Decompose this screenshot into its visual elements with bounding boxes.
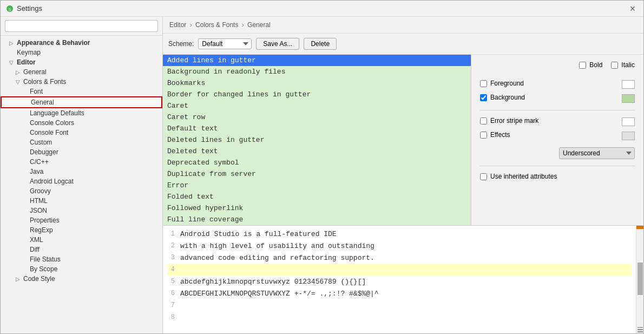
foreground-label-row[interactable]: Foreground bbox=[480, 80, 622, 87]
save-as-button[interactable]: Save As... bbox=[256, 38, 299, 50]
background-color-box[interactable] bbox=[622, 94, 635, 103]
bold-text: Bold bbox=[589, 61, 602, 69]
effects-label-row[interactable]: Effects bbox=[480, 131, 622, 139]
background-text: Background bbox=[490, 94, 525, 101]
scrollbar-thumb[interactable] bbox=[638, 263, 643, 295]
tree-label: Custom bbox=[30, 139, 52, 146]
list-pane: Added lines in gutterBackground in reado… bbox=[163, 55, 471, 225]
scrollbar-track[interactable] bbox=[636, 229, 643, 326]
tree-label: Appearance & Behavior bbox=[17, 39, 90, 47]
sidebar-item-language-defaults[interactable]: Language Defaults bbox=[1, 108, 162, 118]
titlebar: S Settings ✕ bbox=[1, 1, 643, 17]
scheme-bar: Scheme: Default Darcula High contrast Sa… bbox=[163, 34, 643, 55]
list-row[interactable]: Background in readonly files bbox=[163, 66, 471, 77]
scrollbar-line2 bbox=[638, 329, 643, 330]
divider1 bbox=[480, 110, 635, 110]
sidebar-item-file-status[interactable]: File Status bbox=[1, 254, 162, 264]
sidebar-item-colors-fonts[interactable]: ▽Colors & Fonts bbox=[1, 77, 162, 87]
list-row[interactable]: Deleted lines in gutter bbox=[163, 134, 471, 146]
list-row[interactable]: Caret row bbox=[163, 112, 471, 123]
font-style-row: Bold Italic bbox=[480, 61, 635, 71]
sidebar-item-console-colors[interactable]: Console Colors bbox=[1, 118, 162, 128]
use-inherited-checkbox[interactable] bbox=[480, 173, 487, 180]
delete-button[interactable]: Delete bbox=[304, 38, 337, 50]
sidebar-item-console-font[interactable]: Console Font bbox=[1, 128, 162, 137]
sidebar-item-general[interactable]: ▷General bbox=[1, 67, 162, 77]
tree-label: By Scope bbox=[30, 265, 57, 273]
list-row[interactable]: Followed hyperlink bbox=[163, 202, 471, 214]
sidebar-item-c-cpp[interactable]: C/C++ bbox=[1, 157, 162, 167]
effects-color-box[interactable] bbox=[622, 132, 635, 140]
line-number: 2 bbox=[167, 242, 175, 250]
background-label-row[interactable]: Background bbox=[480, 94, 622, 101]
close-button[interactable]: ✕ bbox=[627, 4, 638, 13]
use-inherited-text: Use inherited attributes bbox=[490, 173, 557, 180]
error-stripe-color-box[interactable] bbox=[622, 117, 635, 126]
sidebar-item-code-style[interactable]: ▷Code Style bbox=[1, 274, 162, 284]
scheme-label: Scheme: bbox=[168, 40, 194, 48]
sep2: › bbox=[242, 21, 246, 29]
background-checkbox[interactable] bbox=[480, 94, 487, 101]
tree-label: Colors & Fonts bbox=[23, 78, 66, 86]
tree-label: Diff bbox=[30, 246, 40, 253]
sidebar-item-keymap[interactable]: Keymap bbox=[1, 48, 162, 57]
sidebar-item-java[interactable]: Java bbox=[1, 167, 162, 176]
italic-checkbox[interactable] bbox=[611, 62, 618, 69]
sidebar-item-regexp[interactable]: RegExp bbox=[1, 225, 162, 235]
sidebar-item-general-cf[interactable]: General bbox=[1, 96, 162, 108]
tree-label: Code Style bbox=[23, 275, 55, 283]
sidebar-item-diff[interactable]: Diff bbox=[1, 245, 162, 254]
list-row[interactable]: Deprecated symbol bbox=[163, 157, 471, 168]
list-row[interactable]: Full line coverage bbox=[163, 214, 471, 225]
effects-dropdown[interactable]: Underscored Underwave Bold underscored S… bbox=[559, 147, 635, 159]
sidebar-item-properties[interactable]: Properties bbox=[1, 215, 162, 225]
sidebar-item-editor[interactable]: ▽Editor bbox=[1, 57, 162, 67]
effects-checkbox[interactable] bbox=[480, 132, 487, 139]
line-number: 6 bbox=[167, 290, 175, 297]
line-number: 4 bbox=[167, 266, 175, 273]
error-stripe-text: Error stripe mark bbox=[490, 117, 538, 125]
list-row[interactable]: Default text bbox=[163, 123, 471, 134]
list-row[interactable]: Deleted text bbox=[163, 146, 471, 157]
list-row[interactable]: Border for changed lines in gutter bbox=[163, 89, 471, 100]
preview-line: 8 bbox=[167, 311, 632, 323]
preview-line: 1Android Studio is a full-featured IDE bbox=[167, 228, 632, 240]
tree-label: General bbox=[23, 68, 47, 76]
sidebar-item-by-scope[interactable]: By Scope bbox=[1, 264, 162, 274]
bold-checkbox[interactable] bbox=[579, 62, 586, 69]
list-row[interactable]: Added lines in gutter bbox=[163, 55, 471, 66]
sidebar-item-appearance[interactable]: ▷Appearance & Behavior bbox=[1, 38, 162, 48]
tree-label: Font bbox=[30, 88, 43, 95]
preview-area: 1Android Studio is a full-featured IDE2w… bbox=[163, 225, 643, 333]
tree-label: JSON bbox=[30, 207, 47, 214]
search-box bbox=[1, 17, 162, 36]
list-row[interactable]: Folded text bbox=[163, 191, 471, 202]
foreground-text: Foreground bbox=[490, 80, 524, 87]
sidebar-item-custom[interactable]: Custom bbox=[1, 137, 162, 147]
list-row[interactable]: Caret bbox=[163, 100, 471, 112]
error-stripe-checkbox[interactable] bbox=[480, 117, 487, 125]
line-number: 3 bbox=[167, 254, 175, 261]
list-row[interactable]: Error bbox=[163, 180, 471, 191]
foreground-checkbox[interactable] bbox=[480, 80, 487, 87]
sidebar-item-groovy[interactable]: Groovy bbox=[1, 186, 162, 196]
sidebar-item-html[interactable]: HTML bbox=[1, 196, 162, 206]
list-row[interactable]: Duplicate from server bbox=[163, 168, 471, 180]
sidebar-item-debugger[interactable]: Debugger bbox=[1, 147, 162, 157]
error-stripe-label-row[interactable]: Error stripe mark bbox=[480, 117, 622, 125]
preview-line: 3advanced code editing and refactoring s… bbox=[167, 252, 632, 264]
scheme-dropdown[interactable]: Default Darcula High contrast bbox=[198, 38, 252, 49]
titlebar-left: S Settings bbox=[6, 4, 42, 12]
foreground-color-box[interactable] bbox=[622, 80, 635, 89]
use-inherited-row[interactable]: Use inherited attributes bbox=[480, 173, 635, 180]
search-input[interactable] bbox=[5, 20, 158, 32]
preview-scrollbar[interactable] bbox=[636, 226, 643, 333]
sidebar-item-xml[interactable]: XML bbox=[1, 235, 162, 245]
bold-label[interactable]: Bold bbox=[579, 61, 602, 69]
sidebar-item-android-logcat[interactable]: Android Logcat bbox=[1, 176, 162, 186]
list-row[interactable]: Bookmarks bbox=[163, 77, 471, 89]
italic-label[interactable]: Italic bbox=[611, 61, 635, 69]
sidebar-item-font[interactable]: Font bbox=[1, 87, 162, 96]
line-text: abcdefghijklmnopqrstuvwxyz 0123456789 ()… bbox=[180, 278, 366, 286]
sidebar-item-json[interactable]: JSON bbox=[1, 206, 162, 215]
